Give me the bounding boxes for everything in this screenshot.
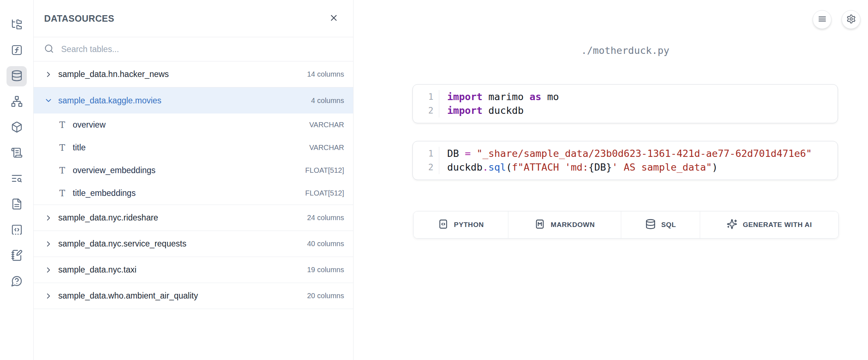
- panel-tab-file-explorer[interactable]: [7, 15, 27, 35]
- table-column-count: 24 columns: [307, 214, 344, 222]
- add-cell-toolbar: PYTHON MARKDOWN SQL GENERATE WITH AI: [413, 211, 839, 239]
- gear-icon: [846, 14, 856, 25]
- table-name: sample_data.who.ambient_air_quality: [58, 291, 198, 301]
- document-icon: [11, 198, 23, 211]
- markdown-icon: [534, 219, 545, 231]
- datasources-panel: DATASOURCES sample_data.hn.hacker_news 1…: [34, 0, 353, 360]
- column-row-title[interactable]: T title VARCHAR: [34, 136, 353, 159]
- chevron-right-icon: [44, 214, 53, 222]
- close-icon: [329, 13, 339, 24]
- text-search-icon: [11, 172, 23, 185]
- code-snippet-icon: [11, 224, 23, 237]
- file-tree-icon: [11, 18, 23, 31]
- column-row-overview[interactable]: T overview VARCHAR: [34, 113, 353, 136]
- generate-with-ai-button[interactable]: GENERATE WITH AI: [700, 211, 838, 238]
- column-type: FLOAT[512]: [305, 189, 344, 197]
- chevron-right-icon: [44, 266, 53, 274]
- table-row-who-ambient-air-quality[interactable]: sample_data.who.ambient_air_quality 20 c…: [34, 283, 353, 309]
- code-cell-imports[interactable]: 12 import marimo as moimport duckdb: [412, 84, 838, 123]
- line-numbers: 12: [413, 90, 439, 117]
- table-row-kaggle-movies[interactable]: sample_data.kaggle.movies 4 columns: [34, 87, 353, 113]
- panel-tab-logs[interactable]: [7, 143, 27, 163]
- panel-tab-rail: [0, 0, 34, 360]
- dependency-graph-icon: [11, 95, 23, 108]
- panel-tab-datasources[interactable]: [7, 66, 27, 86]
- sparkles-icon: [727, 219, 737, 231]
- help-chat-icon: [11, 275, 23, 288]
- table-search-row: [34, 37, 353, 61]
- button-label: SQL: [661, 221, 676, 229]
- search-input[interactable]: [61, 44, 343, 54]
- table-columns-list: T overview VARCHAR T title VARCHAR T ove…: [34, 113, 353, 205]
- panel-tab-packages[interactable]: [7, 117, 27, 138]
- column-row-title-embeddings[interactable]: T title_embeddings FLOAT[512]: [34, 182, 353, 205]
- panel-tab-documentation[interactable]: [7, 194, 27, 215]
- text-type-icon: T: [58, 188, 67, 198]
- column-row-overview-embeddings[interactable]: T overview_embeddings FLOAT[512]: [34, 159, 353, 182]
- panel-tab-snippets[interactable]: [7, 220, 27, 240]
- panel-tab-tracebacks[interactable]: [7, 169, 27, 189]
- column-type: FLOAT[512]: [305, 166, 344, 175]
- table-name: sample_data.kaggle.movies: [58, 96, 161, 106]
- panel-header: DATASOURCES: [34, 0, 353, 37]
- code-lines: import marimo as moimport duckdb: [439, 90, 559, 117]
- line-numbers: 12: [413, 147, 439, 174]
- database-icon: [11, 70, 23, 83]
- panel-tab-chat[interactable]: [7, 271, 27, 292]
- chevron-right-icon: [44, 240, 53, 248]
- panel-tab-scratchpad[interactable]: [7, 246, 27, 266]
- button-label: MARKDOWN: [551, 221, 595, 229]
- column-type: VARCHAR: [309, 121, 344, 129]
- settings-button[interactable]: [842, 10, 860, 29]
- package-icon: [11, 121, 23, 134]
- square-code-icon: [438, 219, 449, 231]
- notebook-area: ./motherduck.py 12 import marimo as moim…: [353, 0, 868, 360]
- table-row-nyc-taxi[interactable]: sample_data.nyc.taxi 19 columns: [34, 257, 353, 283]
- panel-tab-variables[interactable]: [7, 40, 27, 61]
- column-name: overview: [73, 120, 106, 130]
- column-name: title_embeddings: [73, 188, 136, 198]
- table-name: sample_data.nyc.service_requests: [58, 239, 186, 249]
- table-name: sample_data.nyc.rideshare: [58, 213, 158, 223]
- table-column-count: 14 columns: [307, 70, 344, 78]
- close-panel-button[interactable]: [329, 13, 339, 24]
- table-column-count: 20 columns: [307, 292, 344, 300]
- function-square-icon: [11, 44, 23, 57]
- search-icon: [44, 44, 54, 55]
- button-label: GENERATE WITH AI: [743, 221, 812, 229]
- table-name: sample_data.hn.hacker_news: [58, 69, 169, 79]
- panel-tab-dependencies[interactable]: [7, 92, 27, 112]
- notebook-filename[interactable]: ./motherduck.py: [412, 45, 838, 56]
- scratchpad-icon: [11, 249, 23, 262]
- add-sql-cell-button[interactable]: SQL: [621, 211, 700, 238]
- code-cell-attach-db[interactable]: 12 DB = "_share/sample_data/23b0d623-136…: [412, 141, 838, 180]
- add-markdown-cell-button[interactable]: MARKDOWN: [508, 211, 621, 238]
- code-lines: DB = "_share/sample_data/23b0d623-1361-4…: [439, 147, 812, 174]
- add-python-cell-button[interactable]: PYTHON: [414, 211, 508, 238]
- table-column-count: 19 columns: [307, 266, 344, 274]
- table-row-hacker-news[interactable]: sample_data.hn.hacker_news 14 columns: [34, 61, 353, 87]
- column-name: overview_embeddings: [73, 166, 156, 175]
- scroll-logs-icon: [11, 147, 23, 160]
- notebook-menu-button[interactable]: [813, 10, 831, 29]
- button-label: PYTHON: [454, 221, 484, 229]
- text-type-icon: T: [58, 143, 67, 153]
- column-type: VARCHAR: [309, 143, 344, 152]
- text-type-icon: T: [58, 166, 67, 176]
- text-type-icon: T: [58, 120, 67, 130]
- table-name: sample_data.nyc.taxi: [58, 265, 136, 275]
- table-column-count: 40 columns: [307, 240, 344, 248]
- panel-title: DATASOURCES: [44, 13, 114, 24]
- chevron-right-icon: [44, 292, 53, 300]
- notebook-actions: [813, 10, 860, 29]
- table-row-nyc-service-requests[interactable]: sample_data.nyc.service_requests 40 colu…: [34, 231, 353, 257]
- database-icon: [645, 219, 656, 231]
- chevron-down-icon: [44, 96, 53, 105]
- hamburger-menu-icon: [817, 14, 827, 25]
- chevron-right-icon: [44, 70, 53, 79]
- table-column-count: 4 columns: [311, 97, 344, 105]
- column-name: title: [73, 143, 86, 153]
- table-row-nyc-rideshare[interactable]: sample_data.nyc.rideshare 24 columns: [34, 205, 353, 231]
